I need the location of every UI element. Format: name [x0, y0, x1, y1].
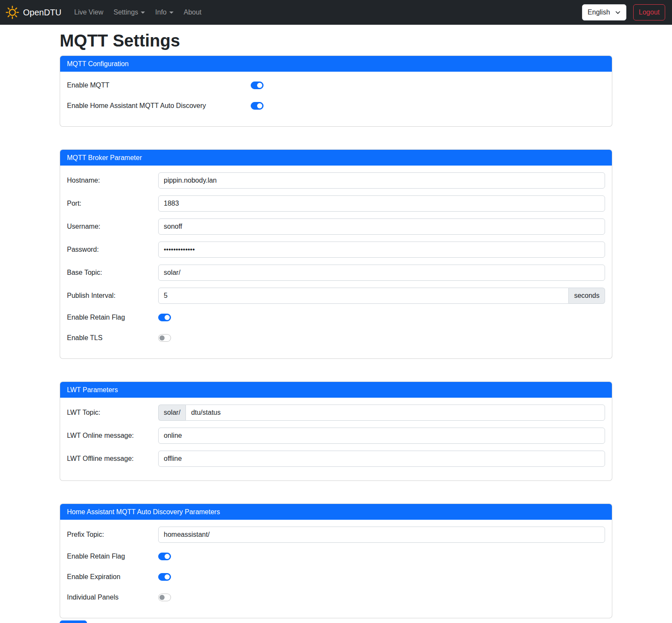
- nav-links: Live View Settings Info About: [71, 5, 209, 20]
- save-button[interactable]: Save: [60, 620, 87, 623]
- enable-retain-flag-label: Enable Retain Flag: [67, 312, 158, 323]
- card-body: Enable MQTT Enable Home Assistant MQTT A…: [60, 72, 612, 126]
- hostname-label: Hostname:: [67, 175, 158, 186]
- publish-interval-label: Publish Interval:: [67, 291, 158, 301]
- card-body: Prefix Topic: Enable Retain Flag Enable …: [60, 520, 612, 618]
- enable-tls-label: Enable TLS: [67, 333, 158, 343]
- enable-ha-auto-discovery-toggle[interactable]: [251, 102, 264, 110]
- prefix-topic-field[interactable]: [158, 527, 605, 543]
- form-row: LWT Offline message:: [67, 451, 605, 467]
- form-row: LWT Topic: solar/: [67, 405, 605, 421]
- lwt-online-message-label: LWT Online message:: [67, 431, 158, 441]
- ha-enable-expiration-label: Enable Expiration: [67, 572, 158, 582]
- card-body: LWT Topic: solar/ LWT Online message: LW…: [60, 398, 612, 480]
- form-row: Username:: [67, 218, 605, 235]
- lwt-online-message-field[interactable]: [158, 428, 605, 444]
- ha-enable-retain-flag-label: Enable Retain Flag: [67, 551, 158, 562]
- ha-individual-panels-label: Individual Panels: [67, 592, 158, 603]
- form-row: Enable MQTT: [67, 79, 605, 92]
- card-ha-auto-discovery-parameters: Home Assistant MQTT Auto Discovery Param…: [60, 504, 612, 618]
- card-mqtt-configuration: MQTT Configuration Enable MQTT Enable Ho…: [60, 55, 612, 127]
- form-row: Prefix Topic:: [67, 527, 605, 543]
- base-topic-field[interactable]: [158, 265, 605, 281]
- enable-mqtt-toggle[interactable]: [251, 82, 264, 89]
- nav-item-info[interactable]: Info: [152, 5, 177, 20]
- brand-label: OpenDTU: [23, 8, 61, 17]
- brand[interactable]: OpenDTU: [5, 5, 61, 20]
- ha-enable-expiration-toggle[interactable]: [158, 573, 171, 581]
- form-row: Enable Expiration: [67, 570, 605, 584]
- publish-interval-field[interactable]: [158, 288, 569, 304]
- chevron-down-icon: [615, 9, 621, 15]
- sun-logo-icon: [5, 5, 20, 20]
- form-row: Individual Panels: [67, 591, 605, 604]
- nav-item-label: About: [184, 9, 202, 16]
- enable-mqtt-label: Enable MQTT: [67, 80, 251, 90]
- lwt-topic-field[interactable]: [185, 405, 605, 421]
- form-row: Enable Retain Flag: [67, 550, 605, 563]
- ha-enable-retain-flag-toggle[interactable]: [158, 553, 171, 560]
- password-field[interactable]: [158, 242, 605, 258]
- form-row: Password:: [67, 242, 605, 258]
- main-content: MQTT Settings MQTT Configuration Enable …: [60, 31, 612, 623]
- lwt-offline-message-label: LWT Offline message:: [67, 454, 158, 464]
- form-row: Base Topic:: [67, 265, 605, 281]
- language-select[interactable]: English: [582, 4, 626, 20]
- lwt-offline-message-field[interactable]: [158, 451, 605, 467]
- nav-item-label: Live View: [74, 9, 103, 16]
- chevron-down-icon: [169, 12, 174, 14]
- card-header: LWT Parameters: [60, 382, 612, 398]
- base-topic-label: Base Topic:: [67, 268, 158, 278]
- lwt-topic-label: LWT Topic:: [67, 408, 158, 418]
- nav-item-live-view[interactable]: Live View: [71, 5, 107, 20]
- logout-button[interactable]: Logout: [633, 4, 665, 20]
- top-navbar: OpenDTU Live View Settings Info About En…: [0, 0, 672, 25]
- chevron-down-icon: [141, 12, 145, 14]
- port-label: Port:: [67, 198, 158, 209]
- card-mqtt-broker-parameter: MQTT Broker Parameter Hostname: Port: Us…: [60, 149, 612, 359]
- lwt-topic-prefix-addon: solar/: [158, 405, 185, 421]
- prefix-topic-label: Prefix Topic:: [67, 530, 158, 540]
- password-label: Password:: [67, 245, 158, 255]
- nav-item-settings[interactable]: Settings: [110, 5, 148, 20]
- nav-item-about[interactable]: About: [180, 5, 205, 20]
- nav-item-label: Settings: [113, 9, 138, 16]
- form-row: Enable TLS: [67, 331, 605, 345]
- nav-item-label: Info: [155, 9, 167, 16]
- card-header: Home Assistant MQTT Auto Discovery Param…: [60, 504, 612, 520]
- enable-ha-auto-discovery-label: Enable Home Assistant MQTT Auto Discover…: [67, 101, 251, 111]
- form-row: Hostname:: [67, 172, 605, 189]
- ha-individual-panels-toggle[interactable]: [158, 594, 171, 601]
- card-lwt-parameters: LWT Parameters LWT Topic: solar/ LWT Onl…: [60, 381, 612, 481]
- enable-tls-toggle[interactable]: [158, 334, 171, 342]
- card-body: Hostname: Port: Username: Password: Base…: [60, 166, 612, 358]
- username-field[interactable]: [158, 218, 605, 235]
- form-row: LWT Online message:: [67, 428, 605, 444]
- language-selected-value: English: [588, 9, 610, 16]
- card-header: MQTT Broker Parameter: [60, 150, 612, 166]
- form-row: Port:: [67, 195, 605, 212]
- form-row: Enable Home Assistant MQTT Auto Discover…: [67, 99, 605, 113]
- hostname-field[interactable]: [158, 172, 605, 189]
- form-row: Enable Retain Flag: [67, 311, 605, 324]
- seconds-addon: seconds: [569, 288, 605, 304]
- page-title: MQTT Settings: [60, 31, 612, 50]
- enable-retain-flag-toggle[interactable]: [158, 314, 171, 321]
- port-field[interactable]: [158, 195, 605, 212]
- card-header: MQTT Configuration: [60, 56, 612, 72]
- username-label: Username:: [67, 221, 158, 232]
- form-row: Publish Interval: seconds: [67, 288, 605, 304]
